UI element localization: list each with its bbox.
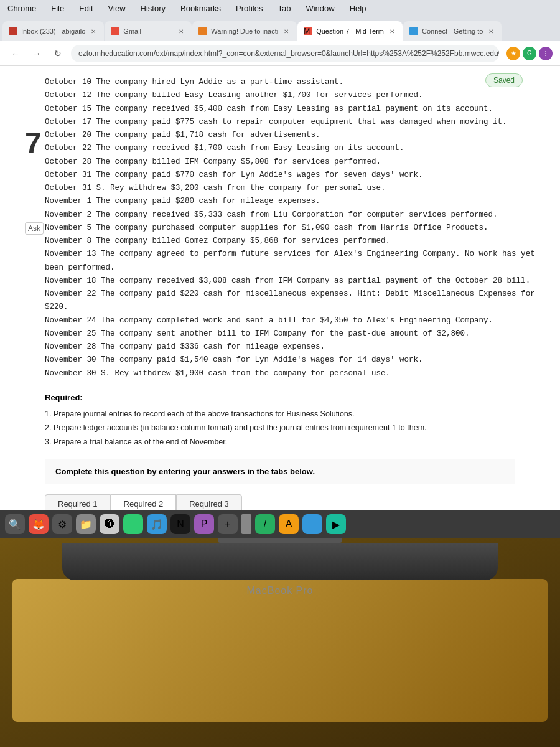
transactions-text: October 10 The company hired Lyn Addie a… (45, 76, 540, 380)
transaction-21: November 30 S. Rey withdrew $1,900 cash … (45, 367, 540, 380)
ext-icon-g[interactable]: G (523, 47, 536, 60)
tab-favicon-connect (409, 27, 418, 35)
tab-close-inbox[interactable]: ✕ (89, 27, 98, 35)
transaction-2: October 12 The company billed Easy Leasi… (45, 89, 540, 102)
dock-item12[interactable] (302, 514, 322, 534)
required-item-3: 3. Prepare a trial balance as of the end… (45, 435, 540, 449)
laptop-hinge (62, 543, 498, 580)
tab-favicon-question: M (304, 27, 312, 35)
transaction-4: October 17 The company paid $775 cash to… (45, 116, 540, 129)
tab-question[interactable]: M Question 7 - Mid-Term ✕ (297, 21, 403, 41)
dock-item9[interactable]: + (218, 514, 238, 534)
tab-connect[interactable]: Connect - Getting to ✕ (403, 21, 502, 41)
address-bar: ← → ↻ ezto.mheducation.com/ext/map/index… (0, 41, 560, 66)
tab-label-gmail: Gmail (123, 27, 173, 35)
required-items: 1. Prepare journal entries to record eac… (45, 407, 540, 449)
chrome-menu-file[interactable]: File (49, 2, 67, 14)
dock-finder[interactable]: 🔍 (5, 514, 25, 534)
chrome-menu-help[interactable]: Help (347, 2, 369, 14)
transaction-12: November 5 The company purchased compute… (45, 222, 540, 235)
tab-required-2[interactable]: Required 2 (111, 494, 177, 510)
tab-close-warning[interactable]: ✕ (282, 27, 291, 35)
ext-icon-menu[interactable]: ⋮ (539, 47, 553, 60)
tab-required-3[interactable]: Required 3 (176, 494, 242, 510)
dock-item11[interactable]: A (279, 514, 299, 534)
dock-item7[interactable]: N (170, 514, 190, 534)
transaction-9: October 31 S. Rey withdrew $3,200 cash f… (45, 182, 540, 195)
dock-item10[interactable]: / (255, 514, 275, 534)
required-item-1: 1. Prepare journal entries to record eac… (45, 407, 540, 421)
tab-required-1[interactable]: Required 1 (45, 494, 111, 510)
chrome-menu-window[interactable]: Window (303, 2, 337, 14)
dock-item13[interactable]: ▶ (326, 514, 346, 534)
tab-close-question[interactable]: ✕ (388, 27, 396, 35)
chrome-menu-bookmarks[interactable]: Bookmarks (178, 2, 223, 14)
transaction-6: October 22 The company received $1,700 c… (45, 142, 540, 155)
laptop-body (12, 579, 548, 722)
tab-label-question: Question 7 - Mid-Term (316, 27, 384, 35)
chrome-menu-edit[interactable]: Edit (77, 2, 95, 14)
transaction-13: November 8 The company billed Gomez Comp… (45, 235, 540, 248)
transaction-16: November 22 The company paid $220 cash f… (45, 288, 540, 314)
transaction-10: November 1 The company paid $280 cash fo… (45, 195, 540, 208)
chrome-menu-tab[interactable]: Tab (275, 2, 293, 14)
macbook-label: MacBook Pro (246, 585, 313, 596)
transaction-15: November 18 The company received $3,008 … (45, 275, 540, 288)
tab-gmail[interactable]: Gmail ✕ (105, 21, 192, 41)
tab-inbox[interactable]: Inbox (233) - abigailo ✕ (2, 21, 104, 41)
tabs-navigation: Required 1 Required 2 Required 3 (45, 494, 515, 510)
transaction-11: November 2 The company received $5,333 c… (45, 209, 540, 222)
dock-files[interactable]: 📁 (76, 514, 96, 534)
reload-button[interactable]: ↻ (50, 45, 66, 62)
ext-icon-star[interactable]: ★ (506, 47, 520, 60)
macos-taskbar: 🔍 🦊 ⚙ 📁 🅐 🎵 N P + / A ▶ (0, 510, 560, 538)
dock-divider (241, 514, 251, 534)
extension-icons: ★ G ⋮ (506, 47, 553, 60)
dock-item4[interactable]: 🅐 (100, 514, 119, 534)
chrome-menu-view[interactable]: View (106, 2, 128, 14)
dock-firefox[interactable]: 🦊 (29, 514, 49, 534)
transaction-7: October 28 The company billed IFM Compan… (45, 156, 540, 169)
complete-box: Complete this question by entering your … (45, 459, 515, 484)
chrome-menu-profiles[interactable]: Profiles (233, 2, 265, 14)
tab-close-gmail[interactable]: ✕ (177, 27, 185, 35)
transaction-1: October 10 The company hired Lyn Addie a… (45, 76, 540, 89)
tab-warning[interactable]: Warning! Due to inacti ✕ (192, 21, 297, 41)
dock-item6[interactable]: 🎵 (147, 514, 167, 534)
tab-close-connect[interactable]: ✕ (487, 27, 495, 35)
tab-favicon-inbox (9, 27, 17, 35)
laptop-notch (218, 538, 342, 543)
transaction-18: November 25 The company sent another bil… (45, 327, 540, 341)
problem-number: 7 (25, 126, 42, 160)
tab-favicon-gmail (111, 27, 119, 35)
dock-item5[interactable] (123, 514, 143, 534)
chrome-menu-app[interactable]: Chrome (5, 2, 39, 14)
tab-label-inbox: Inbox (233) - abigailo (21, 27, 85, 35)
transaction-19: November 28 The company paid $336 cash f… (45, 341, 540, 354)
dock-item8[interactable]: P (194, 514, 214, 534)
url-input[interactable]: ezto.mheducation.com/ext/map/index.html?… (71, 45, 499, 62)
required-item-2: 2. Prepare ledger accounts (in balance c… (45, 421, 540, 435)
dock-settings[interactable]: ⚙ (52, 514, 72, 534)
transaction-14: November 13 The company agreed to perfor… (45, 248, 540, 275)
transaction-20: November 30 The company paid $1,540 cash… (45, 354, 540, 367)
tab-bar: Inbox (233) - abigailo ✕ Gmail ✕ Warning… (0, 17, 560, 41)
tab-favicon-warning (198, 27, 207, 35)
ask-label[interactable]: Ask (25, 222, 44, 235)
back-button[interactable]: ← (7, 45, 24, 62)
forward-button[interactable]: → (29, 45, 45, 62)
transaction-17: November 24 The company completed work a… (45, 314, 540, 327)
required-section: Required: 1. Prepare journal entries to … (45, 393, 540, 449)
required-title: Required: (45, 393, 540, 402)
chrome-menu-history[interactable]: History (138, 2, 168, 14)
transaction-8: October 31 The company paid $770 cash fo… (45, 169, 540, 182)
tab-label-connect: Connect - Getting to (422, 27, 483, 35)
browser-screen: Chrome File Edit View History Bookmarks … (0, 0, 560, 510)
chrome-menu-bar: Chrome File Edit View History Bookmarks … (0, 0, 560, 17)
content-area: Saved 7 Ask October 10 The company hired… (0, 66, 560, 510)
transaction-5: October 20 The company paid $1,718 cash … (45, 129, 540, 142)
transaction-3: October 15 The company received $5,400 c… (45, 103, 540, 116)
tab-label-warning: Warning! Due to inacti (211, 27, 278, 35)
